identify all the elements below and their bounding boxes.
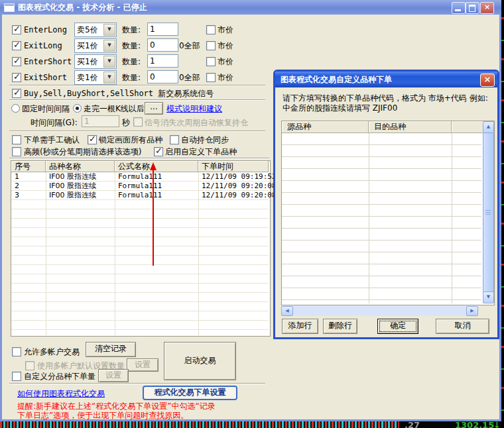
table-row[interactable]: 1 IF00 股指连续 Formula111 12/11/09 09:19:52 <box>11 172 269 182</box>
enterlong-market-checkbox[interactable] <box>206 25 216 34</box>
manual-confirm-checkbox[interactable] <box>12 135 21 144</box>
vertical-scrollbar[interactable]: ▲ ▼ <box>483 121 494 303</box>
close-button[interactable]: × <box>480 2 494 14</box>
separator <box>9 99 265 101</box>
exitshort-checkbox[interactable] <box>12 73 21 82</box>
scroll-right-icon[interactable]: ▶ <box>466 306 478 316</box>
order-settings-button[interactable]: 程式化交易下单设置 <box>143 386 237 400</box>
mode-help-link[interactable]: 模式说明和建议 <box>166 104 222 113</box>
high-freq-label: 高频(秒或分笔周期请选择该选项) <box>24 147 141 156</box>
after-kline-radio[interactable] <box>73 104 82 113</box>
screen: .27 1302.15 ↓ 图表程式化交易 - 技术分析 - 已停止 × Ent… <box>0 0 504 428</box>
mapping-table-body[interactable] <box>282 133 481 303</box>
column-header-symbol[interactable]: 品种名称 <box>46 161 115 172</box>
chevron-down-icon[interactable]: ▼ <box>103 56 115 68</box>
entershort-price-value: 买1价 <box>77 57 98 66</box>
scroll-up-icon[interactable]: ▲ <box>483 121 494 133</box>
chevron-down-icon[interactable]: ▼ <box>103 72 115 83</box>
multi-default-qty-checkbox[interactable] <box>25 361 34 370</box>
enable-custom-label: 启用自定义下单品种 <box>165 147 237 156</box>
column-header-source[interactable]: 源品种 <box>282 121 369 133</box>
reminder-line1: 提醒:新手建议在上述“程式化交易下单设置”中勾选“记录 <box>17 401 216 411</box>
cell-time: 12/11/09 09:19:52 <box>202 172 277 182</box>
enterlong-price-select[interactable]: 卖5价 ▼ <box>74 23 117 37</box>
enterlong-qty-input[interactable]: 1 <box>147 23 178 36</box>
qty-label-3: 数量: <box>122 57 141 66</box>
column-header-time[interactable]: 下单时间 <box>198 161 269 172</box>
entershort-price-select[interactable]: 买1价 ▼ <box>74 54 117 69</box>
scroll-down-icon[interactable]: ▼ <box>483 292 494 303</box>
ok-button[interactable]: 确定 <box>377 319 418 334</box>
horizontal-scrollbar[interactable]: ◀ ▶ <box>281 306 478 316</box>
all-label-2: 0全部 <box>179 73 200 82</box>
exitlong-market-checkbox[interactable] <box>206 41 216 50</box>
dialog-instruction-1: 请下方填写转换的下单品种代码，格式为 市场+代码 例如: <box>283 93 488 103</box>
cancel-button[interactable]: 取消 <box>436 319 489 334</box>
window-title: 图表程式化交易 - 技术分析 - 已停止 <box>18 2 147 13</box>
column-header-seq[interactable]: 序号 <box>11 161 46 172</box>
multi-account-label: 允许多帐户交易 <box>24 347 80 356</box>
exitshort-market-checkbox[interactable] <box>206 73 216 82</box>
cell-seq: 3 <box>15 191 19 200</box>
auto-sync-checkbox[interactable] <box>170 135 179 144</box>
cell-formula: Formula111 <box>118 172 162 182</box>
exitlong-qty-input[interactable]: 0 <box>147 38 178 52</box>
exitlong-price-select[interactable]: 买1价 ▼ <box>74 38 117 53</box>
entershort-label: EnterShort <box>24 57 72 66</box>
qty-label-2: 数量: <box>122 41 141 50</box>
mapping-table: 源品种 目的品种 ▲ ▼ <box>281 121 495 305</box>
high-freq-checkbox[interactable] <box>12 147 21 156</box>
entershort-checkbox[interactable] <box>12 57 21 66</box>
enterlong-checkbox[interactable] <box>12 25 21 34</box>
restore-position-checkbox[interactable] <box>133 117 143 127</box>
column-header-target[interactable]: 目的品种 <box>369 121 452 133</box>
enable-custom-checkbox[interactable] <box>154 147 163 156</box>
interval-input[interactable]: 1 <box>82 115 119 127</box>
set-button-1[interactable]: 设置 <box>127 358 158 372</box>
multi-account-checkbox[interactable] <box>12 347 21 356</box>
more-options-button[interactable]: ... <box>145 102 163 115</box>
dialog-instruction-2: 中金所的股指连续请填写 ZJIF00 <box>283 103 397 113</box>
set-button-2[interactable]: 设置 <box>98 369 129 382</box>
cell-symbol: IF00 股指连续 <box>49 182 96 191</box>
custom-per-symbol-label: 自定义分品种下单量 <box>24 372 95 381</box>
column-header-formula[interactable]: 公式名称 <box>115 161 198 172</box>
seconds-label: 秒 <box>122 118 130 127</box>
market-label-3: 市价 <box>218 57 233 66</box>
custom-per-symbol-checkbox[interactable] <box>12 372 21 381</box>
maximize-button[interactable] <box>466 2 479 14</box>
exitshort-price-select[interactable]: 卖1价 ▼ <box>74 70 117 85</box>
annotation-arrow-line <box>153 170 154 266</box>
fixed-interval-label: 固定时间间隔 <box>22 104 70 113</box>
column-header-blank[interactable] <box>452 121 487 133</box>
exitlong-checkbox[interactable] <box>12 41 21 50</box>
lock-all-label: 锁定画面所有品种 <box>99 135 162 144</box>
dialog-titlebar: 图表程式化交易自定义品种下单 <box>275 72 497 87</box>
add-row-button[interactable]: 添加行 <box>282 319 318 334</box>
maximize-icon <box>469 5 475 12</box>
clear-records-button[interactable]: 清空记录 <box>86 342 136 357</box>
scrollbar-thumb[interactable] <box>483 133 494 293</box>
signal-table-body: 1 IF00 股指连续 Formula111 12/11/09 09:19:52… <box>11 172 269 335</box>
delete-row-button[interactable]: 删除行 <box>323 319 357 334</box>
chevron-down-icon[interactable]: ▼ <box>103 40 115 52</box>
interval-label: 时间间隔(G): <box>31 118 78 127</box>
minimize-button[interactable] <box>452 2 466 14</box>
scroll-left-icon[interactable]: ◀ <box>281 306 293 316</box>
thumb-grip <box>485 210 491 215</box>
table-row[interactable]: 3 IF00 股指连续 Formula111 12/11/09 09:20:08 <box>11 191 269 200</box>
start-trading-button[interactable]: 启动交易 <box>164 342 236 380</box>
separator <box>9 383 265 384</box>
separator <box>9 131 265 132</box>
chevron-down-icon[interactable]: ▼ <box>103 24 115 36</box>
lock-all-checkbox[interactable] <box>88 135 97 144</box>
dialog-close-button[interactable]: × <box>480 74 495 87</box>
enterlong-price-value: 卖5价 <box>77 25 98 34</box>
table-row[interactable]: 2 IF00 股指连续 Formula111 12/11/09 09:20:08 <box>11 182 269 191</box>
exitshort-qty-input[interactable]: 0 <box>147 70 178 83</box>
fixed-interval-radio[interactable] <box>11 104 20 113</box>
entershort-qty-input[interactable]: 1 <box>147 54 178 68</box>
entershort-market-checkbox[interactable] <box>206 57 216 66</box>
new-signal-checkbox[interactable] <box>12 89 21 98</box>
how-to-use-link[interactable]: 如何使用图表程式化交易 <box>17 389 105 398</box>
